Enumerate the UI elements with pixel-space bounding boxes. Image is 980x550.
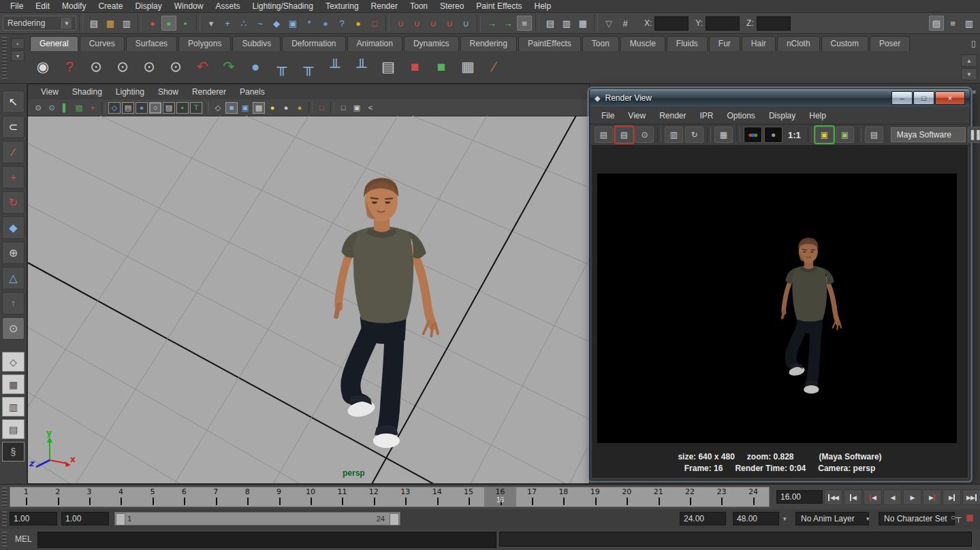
menu-stereo[interactable]: Stereo <box>434 0 470 12</box>
frame-11[interactable]: 11 <box>326 487 358 506</box>
snapshot-icon[interactable]: ⊙ <box>635 127 654 143</box>
mask-all-icon[interactable]: + <box>220 16 235 31</box>
menu-window[interactable]: Window <box>168 0 210 12</box>
shelf-tab-painteffects[interactable]: PaintEffects <box>518 36 581 51</box>
render-settings-icon[interactable]: ▦ <box>575 16 590 31</box>
menu-display[interactable]: Display <box>129 0 168 12</box>
select-by-object-icon[interactable]: ■ <box>403 55 426 78</box>
shelf-tab-rendering[interactable]: Rendering <box>460 36 517 51</box>
render-view-titlebar[interactable]: ◆ Render View –□× <box>590 89 970 107</box>
camera-zoom-icon[interactable]: ⊙ <box>164 55 187 78</box>
scale-tool[interactable]: ◆ <box>2 216 25 239</box>
go-to-start-button[interactable]: ◀◀ <box>824 489 842 505</box>
animation-start-field[interactable] <box>10 512 57 525</box>
construction-history-icon[interactable]: ≡ <box>517 16 532 31</box>
mask-misc-icon[interactable]: ? <box>334 16 349 31</box>
shelf-tab-curves[interactable]: Curves <box>80 36 125 51</box>
delete-history-icon[interactable]: ● <box>244 55 267 78</box>
ambient-light-icon[interactable]: ● <box>266 102 279 114</box>
viewport-menu-panels[interactable]: Panels <box>234 86 271 98</box>
menu-file[interactable]: File <box>4 0 29 12</box>
shelf-scroll-down-button[interactable]: ▼ <box>961 68 977 80</box>
minimize-button[interactable]: – <box>891 91 913 105</box>
anim-layer-field[interactable]: No Anim Layer <box>795 512 869 525</box>
redo-icon[interactable]: ↷ <box>217 55 240 78</box>
shelf-tab-fluids[interactable]: Fluids <box>667 36 708 51</box>
shelf-tab-polygons[interactable]: Polygons <box>178 36 231 51</box>
render-view-menu-display[interactable]: Display <box>763 110 802 122</box>
trash-icon[interactable]: ▯ <box>971 38 976 48</box>
shelf-tab-hair[interactable]: Hair <box>742 36 776 51</box>
camera-orbit-icon[interactable]: ⊙ <box>84 55 108 78</box>
move-tool[interactable]: + <box>2 166 25 189</box>
shelf-tab-poser[interactable]: Poser <box>870 36 910 51</box>
share-view-icon[interactable]: < <box>364 102 377 114</box>
menu-edit[interactable]: Edit <box>29 0 56 12</box>
frame-8[interactable]: 8 <box>232 487 263 506</box>
attribute-editor-toggle-icon[interactable]: ▤ <box>929 16 944 31</box>
rendered-image[interactable] <box>597 174 957 443</box>
command-line-grip[interactable] <box>2 532 7 547</box>
frame-3[interactable]: 3 <box>74 487 105 506</box>
shelf-tab-dynamics[interactable]: Dynamics <box>404 36 459 51</box>
shelf-tab-subdivs[interactable]: Subdivs <box>232 36 281 51</box>
mel-command-input[interactable] <box>37 532 496 548</box>
keep-image-icon[interactable]: ▣ <box>815 127 834 143</box>
toolbar-separator[interactable] <box>535 15 539 31</box>
toolbar-separator[interactable] <box>138 15 142 31</box>
animation-end-field[interactable] <box>733 512 779 525</box>
mask-deformations-icon[interactable]: ▣ <box>285 16 300 31</box>
backface-culling-icon[interactable]: ▣ <box>351 102 363 114</box>
frame-14[interactable]: 14 <box>421 487 452 506</box>
command-results-field[interactable] <box>499 532 972 547</box>
frame-13[interactable]: 13 <box>390 487 421 506</box>
shelf-tab-fur[interactable]: Fur <box>709 36 740 51</box>
hypershade-persp-layout[interactable]: § <box>2 442 25 462</box>
joint-chain-icon-4[interactable]: ╨ <box>350 55 373 78</box>
step-back-frame-button[interactable]: ◀ <box>844 489 862 505</box>
range-start-handle[interactable] <box>116 513 125 525</box>
alpha-channel-icon[interactable]: ● <box>764 127 783 143</box>
joint-chain-icon-2[interactable]: ╥ <box>297 55 320 78</box>
select-tool[interactable]: ↖ <box>2 91 25 113</box>
menu-render[interactable]: Render <box>365 0 404 12</box>
render-view-menu-help[interactable]: Help <box>803 110 832 122</box>
frame-5[interactable]: 5 <box>137 487 168 506</box>
rangebar-grip[interactable] <box>2 511 7 527</box>
camera-selection-icon[interactable]: ⊙ <box>32 102 44 114</box>
shelf-tab-general[interactable]: General <box>30 36 78 51</box>
maximize-button[interactable]: □ <box>913 91 934 105</box>
toolbar-separator[interactable] <box>477 15 481 31</box>
default-light-icon[interactable]: ● <box>294 102 306 114</box>
camera-pan-icon[interactable]: ⊙ <box>111 55 134 78</box>
open-render-settings-icon[interactable]: ▤ <box>865 127 883 143</box>
render-view-menu-ipr[interactable]: IPR <box>694 110 720 122</box>
mask-curves-icon[interactable]: ~ <box>253 16 268 31</box>
playback-start-field[interactable] <box>61 512 109 525</box>
select-hierarchy-icon[interactable]: ● <box>145 16 160 31</box>
panel-close-icon[interactable]: × <box>972 88 976 96</box>
viewport-3d-canvas[interactable]: yxz persp <box>28 116 589 483</box>
shelf-tab-animation[interactable]: Animation <box>347 36 402 51</box>
snap-plane-icon[interactable]: ∪ <box>442 16 457 31</box>
frame-10[interactable]: 10 <box>295 487 326 506</box>
paint-select-tool[interactable]: ∕ <box>2 141 25 163</box>
menu-paint-effects[interactable]: Paint Effects <box>470 0 528 12</box>
field-chart-icon[interactable]: ▪ <box>176 102 189 114</box>
highlight-selection-icon[interactable]: □ <box>367 16 382 31</box>
anim-layer-dropdown-icon[interactable]: ▾ <box>866 515 870 522</box>
soft-modification-tool[interactable]: △ <box>2 267 25 289</box>
input-connections-icon[interactable]: → <box>484 16 499 31</box>
paint-effects-icon[interactable]: ∕ <box>483 55 506 78</box>
frame-16[interactable]: 1616 <box>484 487 516 506</box>
auto-keyframe-icon[interactable]: ▦ <box>966 513 973 522</box>
new-scene-icon[interactable]: ▤ <box>86 16 101 31</box>
viewport-menu-lighting[interactable]: Lighting <box>110 86 151 98</box>
playblast-icon[interactable]: ◉ <box>31 55 54 78</box>
frame-7[interactable]: 7 <box>200 487 232 506</box>
quick-select-icon[interactable]: # <box>618 16 633 31</box>
open-scene-icon[interactable]: ▦ <box>103 16 118 31</box>
shelf-tab-toon[interactable]: Toon <box>582 36 619 51</box>
bookmark-icon[interactable]: ▌ <box>59 102 72 114</box>
four-pane-layout[interactable]: ▦ <box>2 374 25 394</box>
